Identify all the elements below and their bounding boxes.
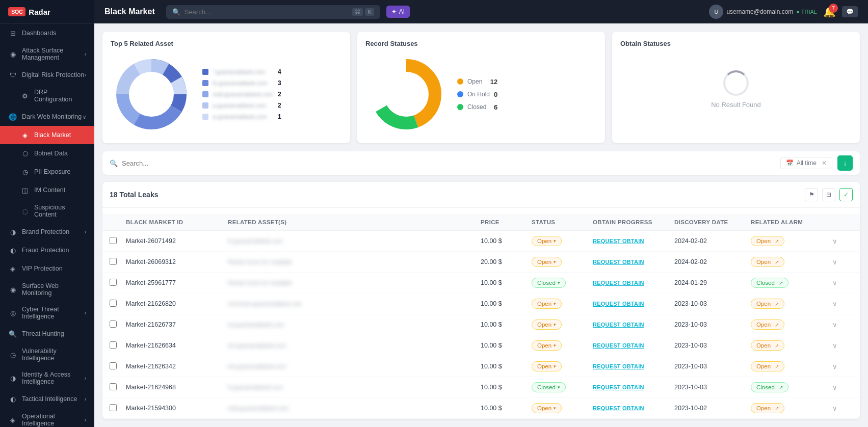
legend-count-5: 1 [278,113,281,120]
time-filter[interactable]: 📅 All time ✕ [780,157,832,169]
row-alarm[interactable]: Open ↗ [751,319,832,330]
search-input[interactable] [185,8,349,16]
vip-icon: ◈ [8,264,17,273]
record-donut [365,54,447,135]
sidebar-item-label: VIP Protection [22,265,63,272]
row-status[interactable]: Closed ▾ [532,278,593,288]
row-status[interactable]: Open ▾ [532,236,593,246]
sidebar-item-cyber-threat[interactable]: ◎ Cyber Threat Intelligence › [0,301,94,325]
record-statuses-title: Record Statuses [365,40,597,47]
sidebar-item-operational[interactable]: ◈ Operational Intelligence › [0,408,94,427]
row-checkbox[interactable] [110,258,126,266]
data-table: 18 Total Leaks ⚑ ⊟ ✓ Black Market ID Rel… [102,182,860,419]
sidebar-item-attack-surface[interactable]: ◉ Attack Surface Management › [0,42,94,66]
row-expand-btn[interactable]: ∨ [832,258,853,266]
chevron-right-icon: › [85,417,86,423]
svg-point-8 [384,72,429,117]
search-bar[interactable]: 🔍 ⌘ K [166,5,380,19]
sidebar-item-vuln[interactable]: ◷ Vulnerability Intelligence [0,343,94,366]
svg-point-5 [129,72,174,117]
row-alarm[interactable]: Open ↗ [751,257,832,267]
row-expand-btn[interactable]: ∨ [832,363,853,370]
sidebar-item-identity[interactable]: ◑ Identity & Access Intelligence › [0,366,94,390]
row-checkbox[interactable] [110,279,126,287]
row-expand-btn[interactable]: ∨ [832,342,853,350]
row-status[interactable]: Open ▾ [532,361,593,371]
record-legend: Open 12 On Hold 0 Closed 6 [457,78,497,111]
sidebar-item-suspicious[interactable]: ◌ Suspicious Content [0,199,94,223]
sidebar-item-tactical[interactable]: ◐ Tactical Intelligence › [0,390,94,408]
table-search-input[interactable] [122,159,775,167]
legend-dot-5 [202,114,208,120]
table-row: Market-21626820 merchant.guanamablank.co… [102,293,860,314]
row-expand-btn[interactable]: ∨ [832,405,853,412]
row-obtain[interactable]: REQUEST OBTAIN [593,321,674,328]
sidebar-item-black-market[interactable]: ◈ Black Market [0,126,94,144]
row-checkbox[interactable] [110,404,126,413]
row-status[interactable]: Open ▾ [532,403,593,413]
check-action-btn[interactable]: ✓ [839,188,853,201]
sidebar-item-brand-protection[interactable]: ◑ Brand Protection › [0,223,94,241]
row-obtain[interactable]: REQUEST OBTAIN [593,363,674,370]
row-expand-btn[interactable]: ∨ [832,300,853,308]
row-obtain[interactable]: REQUEST OBTAIN [593,300,674,307]
row-obtain[interactable]: REQUEST OBTAIN [593,342,674,349]
row-alarm[interactable]: Open ↗ [751,299,832,309]
sidebar-item-drp-config[interactable]: ⚙ DRP Configuration [0,84,94,108]
sidebar-item-fraud[interactable]: ◐ Fraud Protection [0,241,94,259]
row-checkbox[interactable] [110,321,126,329]
notification-area[interactable]: 🔔 7 [823,6,836,18]
row-expand-btn[interactable]: ∨ [832,384,853,391]
row-price: 10.00 $ [481,321,532,328]
sidebar-item-vip[interactable]: ◈ VIP Protection [0,259,94,278]
sidebar-item-dark-web[interactable]: 🌐 Dark Web Monitoring ∨ [0,108,94,126]
sidebar-item-threat-hunting[interactable]: 🔍 Threat Hunting [0,325,94,343]
row-alarm[interactable]: Open ↗ [751,361,832,371]
row-obtain[interactable]: REQUEST OBTAIN [593,384,674,391]
row-expand-btn[interactable]: ∨ [832,237,853,245]
sidebar-item-label: Suspicious Content [34,204,86,218]
row-obtain[interactable]: REQUEST OBTAIN [593,279,674,286]
sidebar-item-im-content[interactable]: ◫ IM Content [0,181,94,199]
export-button[interactable]: ↓ [837,155,853,171]
table-title: 18 Total Leaks [110,191,158,199]
sidebar-item-digital-risk[interactable]: 🛡 Digital Risk Protection › [0,66,94,84]
row-checkbox[interactable] [110,362,126,371]
legend-count-4: 2 [278,102,281,109]
sidebar-item-pii[interactable]: ◷ PII Exposure [0,163,94,181]
chat-button[interactable]: 💬 [842,6,858,17]
sidebar-item-surface-web[interactable]: ◉ Surface Web Monitoring [0,278,94,301]
row-checkbox[interactable] [110,300,126,308]
row-checkbox[interactable] [110,341,126,350]
row-status[interactable]: Open ▾ [532,319,593,330]
row-alarm[interactable]: Open ↗ [751,403,832,413]
row-status[interactable]: Open ▾ [532,340,593,351]
sidebar-item-botnet[interactable]: ⬡ Botnet Data [0,144,94,163]
topbar-right: U username@domain.com ● TRIAL 🔔 7 💬 [709,5,858,19]
page-title: Black Market [104,7,155,16]
ai-button[interactable]: ✦ AI [386,6,410,18]
row-alarm[interactable]: Open ↗ [751,236,832,246]
row-checkbox[interactable] [110,237,126,246]
record-legend-open: Open 12 [457,78,497,86]
clear-icon[interactable]: ✕ [822,159,827,167]
row-obtain[interactable]: REQUEST OBTAIN [593,405,674,412]
filter-action-btn[interactable]: ⚑ [805,188,818,201]
row-obtain[interactable]: REQUEST OBTAIN [593,237,674,245]
row-status[interactable]: Closed ▾ [532,382,593,392]
row-obtain[interactable]: REQUEST OBTAIN [593,258,674,265]
filter-search[interactable]: 🔍 [110,159,775,167]
row-status[interactable]: Open ▾ [532,257,593,267]
row-alarm[interactable]: Closed ↗ [751,278,832,288]
row-alarm[interactable]: Open ↗ [751,340,832,351]
threat-icon: ◎ [8,308,17,317]
row-expand-btn[interactable]: ∨ [832,279,853,287]
row-alarm[interactable]: Closed ↗ [751,382,832,392]
sidebar-item-dashboards[interactable]: ⊞ Dashboards [0,24,94,42]
columns-action-btn[interactable]: ⊟ [822,188,835,201]
row-status[interactable]: Open ▾ [532,299,593,309]
sidebar-item-label: Operational Intelligence [22,413,85,427]
config-icon: ⚙ [20,91,30,100]
row-checkbox[interactable] [110,383,126,392]
row-expand-btn[interactable]: ∨ [832,321,853,329]
